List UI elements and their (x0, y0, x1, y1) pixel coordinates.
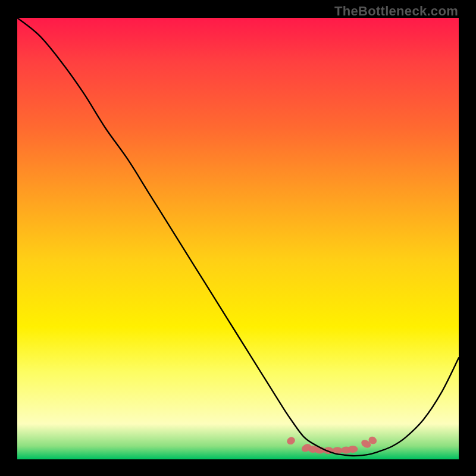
marker-group (286, 436, 378, 455)
highlight-dot (347, 446, 358, 453)
plot-area (17, 18, 459, 459)
chart-stage: TheBottleneck.com (0, 0, 476, 476)
highlight-dot (286, 436, 296, 446)
curve-svg (17, 18, 459, 459)
watermark-text: TheBottleneck.com (334, 4, 458, 19)
main-curve (17, 18, 459, 456)
